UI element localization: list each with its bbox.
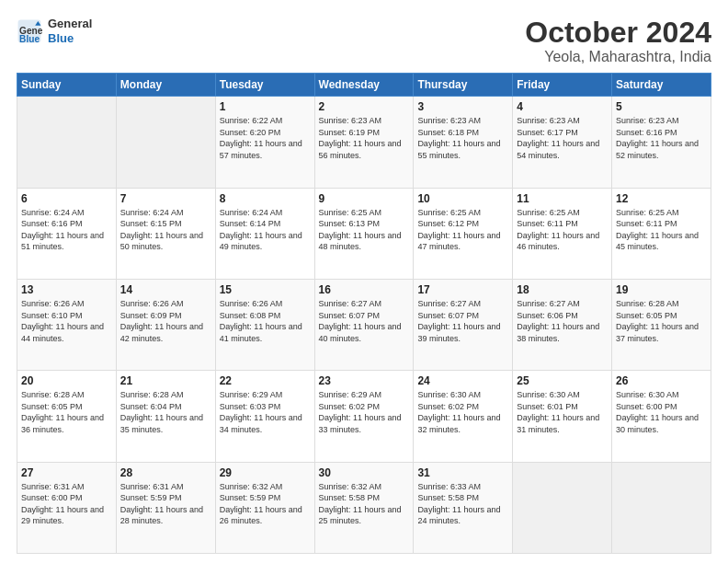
cell-info-text: Sunrise: 6:26 AM Sunset: 6:08 PM Dayligh… [220,298,311,344]
calendar-cell: 17Sunrise: 6:27 AM Sunset: 6:07 PM Dayli… [414,279,513,370]
calendar-week-row: 13Sunrise: 6:26 AM Sunset: 6:10 PM Dayli… [17,279,711,370]
cell-date-number: 16 [319,283,410,296]
calendar-cell [513,462,612,553]
calendar-week-row: 20Sunrise: 6:28 AM Sunset: 6:05 PM Dayli… [17,371,711,462]
calendar-cell: 26Sunrise: 6:30 AM Sunset: 6:00 PM Dayli… [612,371,711,462]
cell-info-text: Sunrise: 6:30 AM Sunset: 6:01 PM Dayligh… [517,389,608,435]
calendar-cell: 9Sunrise: 6:25 AM Sunset: 6:13 PM Daylig… [314,188,414,279]
calendar-table: SundayMondayTuesdayWednesdayThursdayFrid… [17,73,711,554]
cell-info-text: Sunrise: 6:26 AM Sunset: 6:10 PM Dayligh… [21,298,112,344]
cell-info-text: Sunrise: 6:28 AM Sunset: 6:04 PM Dayligh… [120,389,211,435]
cell-info-text: Sunrise: 6:30 AM Sunset: 6:02 PM Dayligh… [417,389,508,435]
cell-info-text: Sunrise: 6:26 AM Sunset: 6:09 PM Dayligh… [120,298,211,344]
calendar-body: 1Sunrise: 6:22 AM Sunset: 6:20 PM Daylig… [17,97,711,554]
calendar-cell: 23Sunrise: 6:29 AM Sunset: 6:02 PM Dayli… [314,371,414,462]
cell-date-number: 14 [120,283,211,296]
cell-date-number: 31 [417,466,508,479]
cell-date-number: 5 [616,100,707,113]
calendar-cell: 20Sunrise: 6:28 AM Sunset: 6:05 PM Dayli… [17,371,117,462]
weekday-header: Tuesday [215,74,314,97]
calendar-cell: 1Sunrise: 6:22 AM Sunset: 6:20 PM Daylig… [215,97,314,188]
cell-info-text: Sunrise: 6:27 AM Sunset: 6:06 PM Dayligh… [517,298,608,344]
calendar-cell: 31Sunrise: 6:33 AM Sunset: 5:58 PM Dayli… [414,462,513,553]
cell-info-text: Sunrise: 6:30 AM Sunset: 6:00 PM Dayligh… [616,389,707,435]
calendar-week-row: 6Sunrise: 6:24 AM Sunset: 6:16 PM Daylig… [17,188,711,279]
calendar-cell: 24Sunrise: 6:30 AM Sunset: 6:02 PM Dayli… [414,371,513,462]
cell-info-text: Sunrise: 6:28 AM Sunset: 6:05 PM Dayligh… [616,298,707,344]
calendar-week-row: 27Sunrise: 6:31 AM Sunset: 6:00 PM Dayli… [17,462,711,553]
calendar-cell: 12Sunrise: 6:25 AM Sunset: 6:11 PM Dayli… [612,188,711,279]
cell-date-number: 4 [517,100,608,113]
cell-info-text: Sunrise: 6:25 AM Sunset: 6:11 PM Dayligh… [517,207,608,253]
cell-date-number: 3 [417,100,508,113]
cell-date-number: 9 [319,192,410,205]
cell-info-text: Sunrise: 6:23 AM Sunset: 6:19 PM Dayligh… [319,115,410,161]
cell-info-text: Sunrise: 6:22 AM Sunset: 6:20 PM Dayligh… [220,115,311,161]
logo: General Blue General Blue [17,17,92,45]
cell-date-number: 7 [120,192,211,205]
calendar-cell: 10Sunrise: 6:25 AM Sunset: 6:12 PM Dayli… [414,188,513,279]
weekday-header: Friday [513,74,612,97]
calendar-cell: 3Sunrise: 6:23 AM Sunset: 6:18 PM Daylig… [414,97,513,188]
calendar-cell: 2Sunrise: 6:23 AM Sunset: 6:19 PM Daylig… [314,97,414,188]
calendar-cell: 21Sunrise: 6:28 AM Sunset: 6:04 PM Dayli… [116,371,215,462]
calendar-cell: 7Sunrise: 6:24 AM Sunset: 6:15 PM Daylig… [116,188,215,279]
page-title: October 2024 [525,17,711,49]
cell-info-text: Sunrise: 6:25 AM Sunset: 6:12 PM Dayligh… [417,207,508,253]
cell-info-text: Sunrise: 6:31 AM Sunset: 5:59 PM Dayligh… [120,481,211,527]
cell-date-number: 18 [517,283,608,296]
calendar-cell: 11Sunrise: 6:25 AM Sunset: 6:11 PM Dayli… [513,188,612,279]
cell-date-number: 8 [220,192,311,205]
weekday-header: Thursday [414,74,513,97]
cell-date-number: 25 [517,374,608,387]
cell-date-number: 30 [319,466,410,479]
header: General Blue General Blue October 2024 Y… [17,17,711,65]
weekday-header: Saturday [612,74,711,97]
calendar-week-row: 1Sunrise: 6:22 AM Sunset: 6:20 PM Daylig… [17,97,711,188]
logo-general-text: General [48,17,92,31]
cell-info-text: Sunrise: 6:32 AM Sunset: 5:58 PM Dayligh… [319,481,410,527]
cell-info-text: Sunrise: 6:24 AM Sunset: 6:14 PM Dayligh… [220,207,311,253]
title-block: October 2024 Yeola, Maharashtra, India [525,17,711,65]
svg-text:Blue: Blue [19,33,40,43]
weekday-header: Sunday [17,74,117,97]
calendar-cell: 18Sunrise: 6:27 AM Sunset: 6:06 PM Dayli… [513,279,612,370]
cell-date-number: 22 [220,374,311,387]
cell-date-number: 17 [417,283,508,296]
cell-date-number: 19 [616,283,707,296]
calendar-cell: 13Sunrise: 6:26 AM Sunset: 6:10 PM Dayli… [17,279,117,370]
calendar-cell: 14Sunrise: 6:26 AM Sunset: 6:09 PM Dayli… [116,279,215,370]
cell-info-text: Sunrise: 6:29 AM Sunset: 6:02 PM Dayligh… [319,389,410,435]
cell-date-number: 28 [120,466,211,479]
page: General Blue General Blue October 2024 Y… [0,0,728,563]
calendar-cell: 15Sunrise: 6:26 AM Sunset: 6:08 PM Dayli… [215,279,314,370]
cell-info-text: Sunrise: 6:25 AM Sunset: 6:11 PM Dayligh… [616,207,707,253]
cell-date-number: 15 [220,283,311,296]
weekday-header: Monday [116,74,215,97]
cell-date-number: 13 [21,283,112,296]
cell-info-text: Sunrise: 6:27 AM Sunset: 6:07 PM Dayligh… [417,298,508,344]
calendar-cell: 30Sunrise: 6:32 AM Sunset: 5:58 PM Dayli… [314,462,414,553]
cell-date-number: 1 [220,100,311,113]
calendar-cell: 29Sunrise: 6:32 AM Sunset: 5:59 PM Dayli… [215,462,314,553]
cell-date-number: 29 [220,466,311,479]
cell-info-text: Sunrise: 6:24 AM Sunset: 6:15 PM Dayligh… [120,207,211,253]
calendar-cell [612,462,711,553]
cell-date-number: 6 [21,192,112,205]
calendar-header: SundayMondayTuesdayWednesdayThursdayFrid… [17,74,711,97]
calendar-cell: 6Sunrise: 6:24 AM Sunset: 6:16 PM Daylig… [17,188,117,279]
cell-date-number: 24 [417,374,508,387]
cell-date-number: 11 [517,192,608,205]
page-subtitle: Yeola, Maharashtra, India [525,49,711,65]
calendar-cell: 4Sunrise: 6:23 AM Sunset: 6:17 PM Daylig… [513,97,612,188]
calendar-cell: 28Sunrise: 6:31 AM Sunset: 5:59 PM Dayli… [116,462,215,553]
cell-info-text: Sunrise: 6:23 AM Sunset: 6:17 PM Dayligh… [517,115,608,161]
weekday-row: SundayMondayTuesdayWednesdayThursdayFrid… [17,74,711,97]
cell-date-number: 26 [616,374,707,387]
cell-date-number: 23 [319,374,410,387]
cell-info-text: Sunrise: 6:28 AM Sunset: 6:05 PM Dayligh… [21,389,112,435]
cell-info-text: Sunrise: 6:24 AM Sunset: 6:16 PM Dayligh… [21,207,112,253]
logo-icon: General Blue [17,18,42,44]
calendar-cell: 27Sunrise: 6:31 AM Sunset: 6:00 PM Dayli… [17,462,117,553]
cell-info-text: Sunrise: 6:31 AM Sunset: 6:00 PM Dayligh… [21,481,112,527]
